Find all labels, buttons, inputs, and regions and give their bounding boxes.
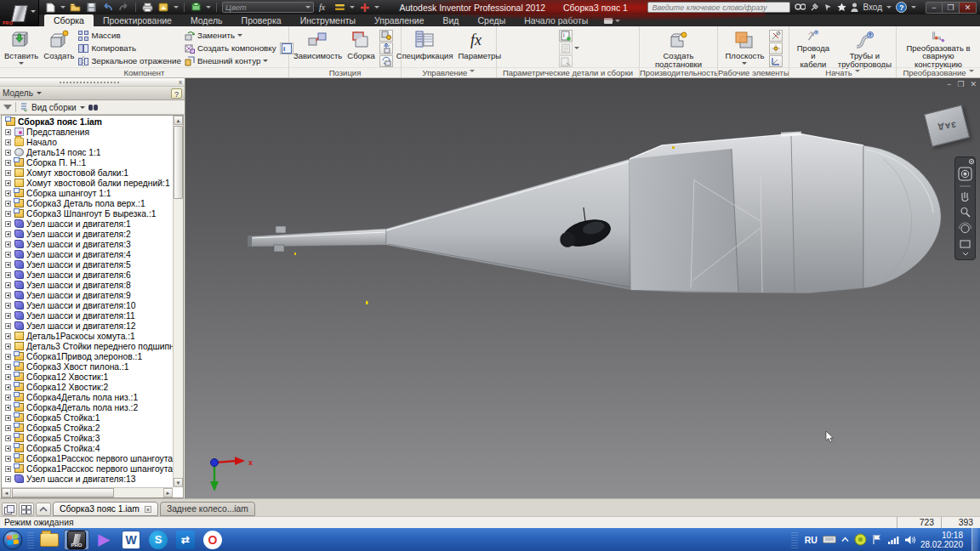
assemble-quick-button[interactable] xyxy=(358,2,371,13)
scroll-up-icon[interactable]: ▲ xyxy=(174,116,183,125)
tree-item[interactable]: Узел шасси и двигателя:13 xyxy=(3,474,173,484)
tree-item[interactable]: Сборка П. Н.:1 xyxy=(3,157,173,168)
tree-expander-icon[interactable] xyxy=(5,170,11,176)
tree-item[interactable]: Сборка3 Хвост пилона.:1 xyxy=(3,361,173,372)
color-override-combobox[interactable]: Цвет xyxy=(222,2,314,13)
browser-help-button[interactable]: ? xyxy=(171,88,182,99)
tree-item[interactable]: Сборка4Деталь пола низ.:1 xyxy=(3,392,173,402)
tree-expander-icon[interactable] xyxy=(5,303,11,309)
save-button[interactable] xyxy=(85,2,98,13)
tree-item[interactable]: Сборка5 Стойка:4 xyxy=(3,443,173,453)
tree-expander-icon[interactable] xyxy=(5,323,11,329)
tree-item[interactable]: Узел шасси и двигателя:1 xyxy=(3,219,173,229)
tree-item[interactable]: Сборка4Деталь пола низ.:2 xyxy=(3,402,173,412)
restore-button[interactable]: ❐ xyxy=(943,2,960,14)
view-mode-label[interactable]: Вид сборки xyxy=(31,103,77,112)
tree-root-item[interactable]: Сборка3 пояс 1.iam xyxy=(3,116,173,127)
open-button[interactable] xyxy=(69,2,82,13)
doc-close-icon[interactable]: ✕ xyxy=(970,80,977,88)
group-label-component[interactable]: Компонент xyxy=(0,67,288,77)
update-caret-icon[interactable] xyxy=(206,6,211,11)
update-button[interactable] xyxy=(190,2,202,13)
group-label-productivity[interactable]: Производительность xyxy=(640,67,717,77)
work-point-button[interactable] xyxy=(769,43,783,54)
tree-item[interactable]: Сборка3 Шпангоут Б вырезка.:1 xyxy=(3,208,173,219)
taskbar-clock[interactable]: 10:18 28.02.2020 xyxy=(920,531,966,549)
tile-windows-button[interactable] xyxy=(19,503,34,516)
arrange-windows-button[interactable] xyxy=(2,503,17,516)
bom-button[interactable]: Спецификация xyxy=(394,28,456,68)
show-desktop-button[interactable] xyxy=(971,528,978,551)
favorites-star-icon[interactable] xyxy=(837,3,846,12)
tree-expander-icon[interactable] xyxy=(5,201,11,207)
ribbon-tab[interactable]: Сборка xyxy=(44,14,94,26)
measure-button[interactable] xyxy=(333,2,346,13)
new-file-button[interactable] xyxy=(44,2,57,13)
tree-item[interactable]: Сборка12 Хвостик:1 xyxy=(3,372,173,382)
tube-pipe-button[interactable]: Трубы и трубопроводы xyxy=(835,28,894,68)
taskbar-app[interactable]: ▶ xyxy=(91,530,117,550)
ribbon-tab[interactable]: Модель xyxy=(181,14,232,26)
tree-item[interactable]: Сборка3 Деталь пола верх.:1 xyxy=(3,198,173,208)
tree-expander-icon[interactable] xyxy=(5,354,11,360)
tree-item[interactable]: Представления xyxy=(3,127,173,137)
group-label-position[interactable]: Позиция xyxy=(289,67,401,77)
edit-factory-scope-button[interactable] xyxy=(559,43,573,54)
subscription-icon[interactable] xyxy=(810,3,819,12)
close-button[interactable]: ✕ xyxy=(960,2,977,14)
edit-member-scope-button[interactable] xyxy=(559,55,573,67)
tree-expander-icon[interactable] xyxy=(5,190,11,196)
group-label-convert[interactable]: Преобразование xyxy=(897,67,980,77)
group-label-parametric[interactable]: Параметрические детали и сборки xyxy=(497,67,639,77)
tree-expander-icon[interactable] xyxy=(5,446,11,452)
tree-expander-icon[interactable] xyxy=(5,252,11,258)
volume-icon[interactable] xyxy=(904,535,915,545)
tree-item[interactable]: Деталь3 Стойки переднего подшипника ручк… xyxy=(3,341,173,351)
graphics-viewport[interactable]: − ❐ ✕ xyxy=(185,78,980,498)
signin-caret-icon[interactable] xyxy=(886,6,892,11)
tree-expander-icon[interactable] xyxy=(5,282,11,288)
tree-item[interactable]: Узел шасси и двигателя:6 xyxy=(3,270,173,280)
work-axis-button[interactable] xyxy=(769,30,783,42)
find-icon[interactable] xyxy=(88,105,98,111)
scroll-left-icon[interactable]: ◄ xyxy=(2,488,11,497)
create-substitutes-button[interactable]: Создать подстановки xyxy=(652,28,704,68)
tree-item[interactable]: Узел шасси и двигателя:11 xyxy=(3,310,173,321)
tree-item[interactable]: Деталь14 пояс 1:1 xyxy=(3,147,173,157)
scroll-right-icon[interactable]: ► xyxy=(163,488,173,497)
tree-item[interactable]: Узел шасси и двигателя:2 xyxy=(3,229,173,239)
tree-item[interactable]: Узел шасси и двигателя:4 xyxy=(3,249,173,259)
tree-expander-icon[interactable] xyxy=(5,160,11,166)
document-tab-active[interactable]: Сборка3 пояс 1.iam xyxy=(53,502,158,516)
taskbar-app[interactable]: S xyxy=(145,530,171,550)
tree-item[interactable]: Сборка12 Хвостик:2 xyxy=(3,382,173,392)
convert-weldment-button[interactable]: Преобразовать в сварную конструкцию xyxy=(898,28,978,68)
tree-item[interactable]: Узел шасси и двигателя:9 xyxy=(3,290,173,300)
show-hidden-icons-button[interactable] xyxy=(841,537,849,542)
iproperties-button[interactable] xyxy=(157,2,170,13)
tree-item[interactable]: Сборка1Расскос первого шпангоута.:2 xyxy=(3,463,173,474)
tree-expander-icon[interactable] xyxy=(5,374,11,380)
taskbar-app[interactable]: ⇄ xyxy=(173,530,198,550)
copy-button[interactable]: Копировать xyxy=(78,43,181,54)
insert-component-button[interactable]: Вставить xyxy=(2,28,41,68)
plane-button[interactable]: Плоскость xyxy=(722,28,766,68)
tree-item[interactable]: Сборка1Привод элеронов.:1 xyxy=(3,351,173,361)
tree-item[interactable]: Сборка шпангоут 1:1 xyxy=(3,188,173,198)
measure-caret-icon[interactable] xyxy=(350,6,355,11)
tree-expander-icon[interactable] xyxy=(5,139,11,145)
taskbar-app[interactable]: PRO xyxy=(64,530,89,550)
browser-grip-bar[interactable]: x xyxy=(0,78,185,87)
doc-restore-icon[interactable]: ❐ xyxy=(957,80,964,88)
pattern-button[interactable]: Массив xyxy=(78,30,181,42)
group-label-manage[interactable]: Управление xyxy=(402,67,496,77)
tree-expander-icon[interactable] xyxy=(5,476,11,482)
parameters-quick-button[interactable]: fx xyxy=(317,2,330,13)
filter-icon[interactable] xyxy=(3,105,12,114)
tree-item[interactable]: Узел шасси и двигателя:3 xyxy=(3,239,173,249)
help-icon[interactable]: ? xyxy=(896,2,907,13)
rotate-component-button[interactable] xyxy=(379,55,393,67)
browser-title-caret-icon[interactable] xyxy=(37,92,42,97)
create-iassembly-button[interactable]: i xyxy=(559,30,573,42)
tree-expander-icon[interactable] xyxy=(5,262,11,268)
